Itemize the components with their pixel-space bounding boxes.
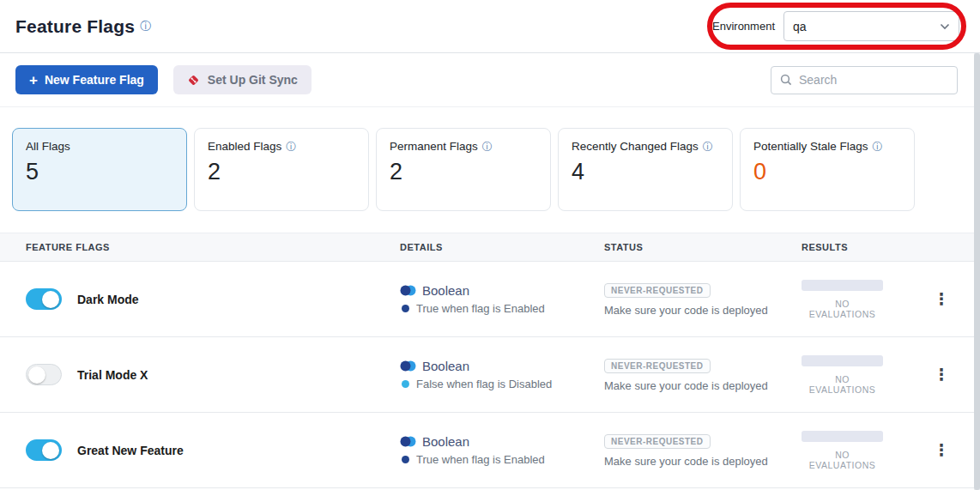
git-icon bbox=[187, 74, 200, 87]
table-row: Trial Mode X Boolean False when flag is … bbox=[0, 337, 980, 413]
results-placeholder-bar bbox=[802, 280, 883, 291]
title-wrap: Feature Flags ⓘ bbox=[15, 16, 151, 37]
stat-card-permanent-flags[interactable]: Permanent Flags ⓘ 2 bbox=[376, 128, 551, 211]
flag-rule: True when flag is Enabled bbox=[416, 453, 545, 466]
search-icon bbox=[780, 74, 792, 86]
flag-type: Boolean bbox=[422, 359, 469, 373]
table-row: Dark Mode Boolean True when flag is Enab… bbox=[0, 262, 980, 337]
environment-label: Environment bbox=[712, 20, 775, 33]
scrollbar-track bbox=[974, 53, 980, 490]
stats-cards: All Flags 5 Enabled Flags ⓘ 2 Permanent … bbox=[0, 107, 980, 233]
flag-name[interactable]: Great New Feature bbox=[77, 444, 184, 457]
status-badge: NEVER-REQUESTED bbox=[604, 434, 711, 449]
search-input[interactable] bbox=[799, 73, 948, 87]
flag-name[interactable]: Trial Mode X bbox=[77, 368, 148, 382]
new-feature-flag-button[interactable]: + New Feature Flag bbox=[15, 65, 158, 94]
flag-rule: False when flag is Disabled bbox=[416, 378, 552, 390]
results-placeholder-bar bbox=[802, 431, 883, 442]
boolean-type-icon bbox=[400, 360, 416, 372]
git-sync-button[interactable]: Set Up Git Sync bbox=[173, 65, 312, 94]
column-header-status: STATUS bbox=[604, 242, 802, 252]
flag-type: Boolean bbox=[422, 283, 469, 298]
boolean-type-icon bbox=[400, 285, 416, 296]
page-header: Feature Flags ⓘ Environment qa bbox=[0, 0, 980, 53]
plus-icon: + bbox=[29, 73, 38, 88]
stat-label: Recently Changed Flags bbox=[572, 140, 699, 153]
kebab-menu-icon[interactable]: ⋮ bbox=[927, 287, 957, 311]
results-placeholder-bar bbox=[802, 355, 883, 366]
results-text: NO EVALUATIONS bbox=[802, 299, 883, 319]
stat-card-all-flags[interactable]: All Flags 5 bbox=[12, 128, 187, 211]
kebab-menu-icon[interactable]: ⋮ bbox=[927, 439, 957, 462]
stat-value: 4 bbox=[572, 159, 719, 185]
info-icon[interactable]: ⓘ bbox=[482, 142, 493, 152]
status-badge: NEVER-REQUESTED bbox=[604, 359, 711, 373]
flag-rule: True when flag is Enabled bbox=[416, 302, 545, 315]
status-text: Make sure your code is deployed bbox=[604, 455, 802, 468]
status-text: Make sure your code is deployed bbox=[604, 304, 802, 317]
toggle-knob bbox=[28, 366, 45, 384]
info-icon[interactable]: ⓘ bbox=[286, 142, 296, 152]
column-header-feature-flags: FEATURE FLAGS bbox=[26, 242, 400, 252]
results-text: NO EVALUATIONS bbox=[802, 450, 883, 470]
rule-dot-icon bbox=[402, 380, 409, 388]
scrollbar-thumb[interactable] bbox=[974, 53, 980, 490]
git-sync-label: Set Up Git Sync bbox=[208, 73, 298, 87]
environment-picker: Environment qa bbox=[712, 11, 959, 41]
status-badge: NEVER-REQUESTED bbox=[604, 283, 711, 298]
stat-card-enabled-flags[interactable]: Enabled Flags ⓘ 2 bbox=[194, 128, 369, 211]
kebab-menu-icon[interactable]: ⋮ bbox=[927, 363, 957, 386]
stat-value: 2 bbox=[208, 159, 355, 185]
flag-name[interactable]: Dark Mode bbox=[77, 293, 139, 306]
toggle-knob bbox=[42, 291, 59, 308]
status-text: Make sure your code is deployed bbox=[604, 379, 802, 392]
stat-label: Enabled Flags bbox=[208, 140, 281, 153]
table-header: FEATURE FLAGS DETAILS STATUS RESULTS bbox=[0, 233, 980, 262]
environment-value: qa bbox=[793, 20, 807, 33]
toggle-knob bbox=[42, 442, 59, 459]
stat-label: Potentially Stale Flags bbox=[753, 140, 868, 153]
toolbar: + New Feature Flag Set Up Git Sync bbox=[0, 53, 980, 107]
info-icon[interactable]: ⓘ bbox=[140, 21, 151, 32]
stat-card-recently-changed-flags[interactable]: Recently Changed Flags ⓘ 4 bbox=[558, 128, 733, 211]
flag-toggle[interactable] bbox=[26, 288, 62, 310]
stat-value: 0 bbox=[753, 159, 901, 185]
rule-dot-icon bbox=[402, 305, 409, 312]
flag-toggle[interactable] bbox=[26, 364, 62, 385]
chevron-down-icon bbox=[940, 23, 950, 30]
stat-label: Permanent Flags bbox=[390, 140, 478, 153]
boolean-type-icon bbox=[400, 436, 416, 447]
search-box bbox=[771, 66, 958, 94]
column-header-results: RESULTS bbox=[802, 242, 980, 252]
flag-toggle[interactable] bbox=[26, 439, 62, 461]
flag-type: Boolean bbox=[422, 434, 469, 449]
page-title: Feature Flags bbox=[15, 16, 135, 37]
environment-select[interactable]: qa bbox=[783, 11, 959, 41]
results-text: NO EVALUATIONS bbox=[802, 374, 883, 395]
info-icon[interactable]: ⓘ bbox=[703, 142, 713, 152]
column-header-details: DETAILS bbox=[400, 242, 604, 252]
new-feature-flag-label: New Feature Flag bbox=[45, 73, 144, 87]
info-icon[interactable]: ⓘ bbox=[873, 142, 883, 152]
stat-value: 5 bbox=[26, 159, 173, 185]
stat-card-potentially-stale-flags[interactable]: Potentially Stale Flags ⓘ 0 bbox=[740, 128, 915, 211]
stat-value: 2 bbox=[390, 159, 537, 185]
rule-dot-icon bbox=[402, 456, 409, 463]
stat-label: All Flags bbox=[26, 140, 70, 153]
table-row: Great New Feature Boolean True when flag… bbox=[0, 413, 980, 488]
